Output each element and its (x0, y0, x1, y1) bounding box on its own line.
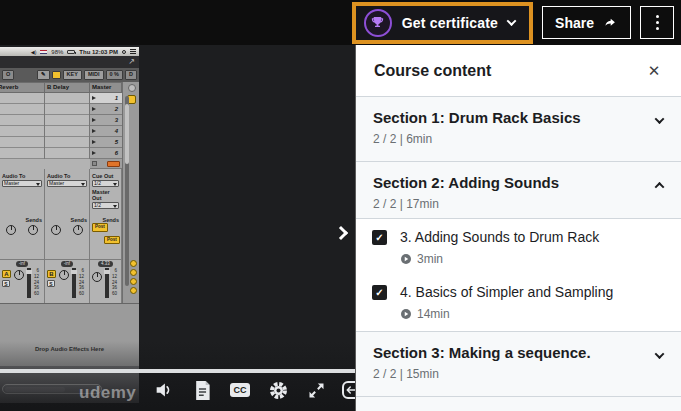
sends-master: Sends Post Post (90, 215, 122, 259)
get-certificate-label: Get certificate (402, 15, 498, 31)
top-bar: Get certificate Share (0, 0, 681, 45)
volume-fader (27, 268, 31, 298)
ableton-track-headers: Reverb B Delay Master (0, 82, 122, 93)
mac-battery-percent: 98% (51, 49, 63, 55)
section-title: Section 1: Drum Rack Basics (373, 109, 581, 128)
ableton-key-button: KEY (63, 70, 82, 80)
section-header-1[interactable]: Section 1: Drum Rack Basics 2 / 2 | 6min (356, 97, 681, 162)
mixer-track-b: -inf B S 612 2436 60 (45, 260, 90, 304)
trophy-icon (364, 9, 392, 37)
volume-readout: 4.33 (98, 261, 113, 267)
kebab-dot (656, 21, 659, 24)
stop-button (92, 161, 97, 166)
share-label: Share (555, 15, 594, 31)
mac-spotlight-icon (122, 50, 126, 54)
volume-fader (105, 268, 109, 298)
ableton-drop-zone: Drop Audio Effects Here (0, 303, 139, 366)
section-title: Section 3: Making a sequence. (373, 344, 591, 363)
course-player-window: Get certificate Share ◀) 98% Thu 12:03 P… (0, 0, 681, 411)
sends-track-a: Sends (0, 215, 45, 259)
scene-row: 6 (90, 148, 122, 159)
volume-button[interactable] (152, 378, 176, 402)
lecture-item-3[interactable]: 3. Adding Sounds to Drum Rack 3min (356, 219, 681, 274)
ableton-stop-row (90, 159, 122, 169)
post-button: Post (104, 236, 120, 245)
mac-clock: Thu 12:03 PM (79, 49, 118, 55)
sidebar-collapse-button[interactable] (328, 215, 354, 251)
mac-flag-icon (40, 50, 47, 54)
solo-button: S (47, 280, 55, 287)
send-knob (6, 225, 16, 235)
record-chip (107, 161, 120, 167)
document-icon (193, 380, 212, 401)
play-circle-icon (400, 308, 412, 320)
clip-slot-column (45, 93, 90, 159)
send-knob (73, 225, 83, 235)
ableton-chip: D (125, 70, 137, 80)
share-arrow-icon (602, 16, 618, 30)
fullscreen-icon (306, 380, 327, 401)
section-meta: 2 / 2 | 15min (373, 367, 591, 381)
more-options-button[interactable] (640, 6, 674, 39)
ableton-control-bar: O ✎ KEY MIDI 0 % D (0, 68, 139, 82)
master-out-select: 1/2 (92, 202, 119, 209)
settings-button[interactable] (266, 378, 290, 402)
chevron-down-icon (507, 16, 517, 26)
lecture-checkbox[interactable] (372, 230, 387, 245)
fullscreen-button[interactable] (304, 378, 328, 402)
next-section-edge (356, 397, 681, 411)
close-icon[interactable] (645, 62, 663, 80)
volume-readout: -inf (16, 261, 28, 267)
chevron-right-icon (334, 226, 348, 240)
ableton-scrollbar (125, 96, 129, 286)
scene-launch-column: 1 2 3 4 5 6 (90, 93, 122, 159)
track-header-reverb: Reverb (0, 82, 45, 93)
clip-slot-column (0, 93, 45, 159)
mac-battery-icon (67, 50, 75, 54)
io-buttons (130, 260, 137, 294)
section-meta: 2 / 2 | 6min (373, 132, 581, 146)
strip-button (128, 84, 136, 92)
udemy-watermark: udemy (79, 383, 136, 403)
get-certificate-button[interactable]: Get certificate (352, 2, 533, 44)
pan-knob (59, 270, 69, 280)
routing-master: Cue Out 1/2 Master Out 1/2 (90, 169, 122, 215)
sidebar-title: Course content (374, 62, 491, 80)
lecture-item-4[interactable]: 4. Basics of Simpler and Sampling 14min (356, 274, 681, 332)
track-activator-a: A (2, 270, 11, 278)
course-content-sidebar: Course content Section 1: Drum Rack Basi… (355, 45, 681, 411)
cue-out-select: 1/2 (92, 180, 119, 187)
ableton-routing-section: Audio To Master Audio To Master Cue Out … (0, 169, 122, 215)
scene-row: 4 (90, 126, 122, 137)
lecture-checkbox[interactable] (372, 285, 387, 300)
section-meta: 2 / 2 | 17min (373, 197, 559, 211)
mixer-track-a: -inf A S 612 2436 60 (0, 260, 45, 304)
sidebar-header: Course content (356, 45, 681, 97)
share-button[interactable]: Share (542, 6, 631, 39)
send-knob (51, 225, 61, 235)
video-progress-bar[interactable] (0, 369, 355, 373)
audio-to-select: Master (2, 180, 42, 187)
macos-menu-bar: ◀) 98% Thu 12:03 PM (0, 47, 139, 56)
chevron-down-icon (655, 349, 665, 359)
gear-icon (268, 380, 289, 401)
video-controls: CC (152, 376, 366, 404)
volume-fader (72, 268, 76, 298)
section-header-2[interactable]: Section 2: Adding Sounds 2 / 2 | 17min (356, 162, 681, 219)
kebab-dot (656, 27, 659, 30)
kebab-dot (656, 15, 659, 18)
lecture-title: 4. Basics of Simpler and Sampling (400, 284, 613, 300)
ableton-draw-icon: ✎ (37, 70, 50, 80)
volume-readout: -inf (61, 261, 73, 267)
ableton-cpu-meter: 0 % (106, 70, 123, 80)
section-header-3[interactable]: Section 3: Making a sequence. 2 / 2 | 15… (356, 332, 681, 397)
speaker-icon (153, 379, 175, 401)
transcript-button[interactable] (190, 378, 214, 402)
scene-row: 2 (90, 104, 122, 115)
lecture-duration: 3min (417, 252, 443, 266)
cue-knob (92, 272, 102, 282)
video-player[interactable]: ◀) 98% Thu 12:03 PM ↗ O ✎ KEY MIDI 0 % D… (0, 45, 355, 411)
ableton-window: ↗ O ✎ KEY MIDI 0 % D Reverb B Delay Mast… (0, 56, 139, 403)
captions-button[interactable]: CC (228, 378, 252, 402)
scene-row: 1 (90, 93, 122, 104)
